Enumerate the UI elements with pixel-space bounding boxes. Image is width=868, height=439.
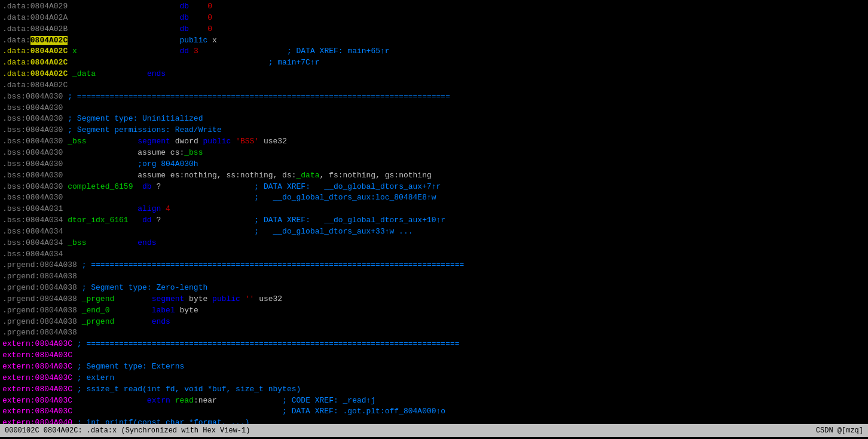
code-line: extern:0804A03C ; extern <box>2 373 866 384</box>
code-line: .data:0804A029 db 0 <box>2 1 866 13</box>
code-line: .data:0804A02B db 0 <box>2 24 866 35</box>
code-line: .bss:0804A030 ;org 804A030h <box>2 159 866 170</box>
code-line: .bss:0804A030 _bss segment dword public … <box>2 136 866 148</box>
code-line: .data:0804A02C x dd 3 ; DATA XREF: main+… <box>2 46 866 57</box>
code-line: extern:0804A040 ; int printf(const char … <box>2 417 866 424</box>
code-line: .prgend:0804A038 _end_0 label byte <box>2 305 866 317</box>
code-line: .data:0804A02C _data ends <box>2 69 866 80</box>
code-line: .prgend:0804A038 <box>2 271 866 283</box>
disassembly-view: .data:0804A029 db 0.data:0804A02A db 0.d… <box>0 0 868 424</box>
code-line: .prgend:0804A038 _prgend segment byte pu… <box>2 294 866 305</box>
code-line: extern:0804A03C ; ======================… <box>2 339 866 350</box>
code-line: .bss:0804A034 <box>2 249 866 260</box>
status-left: 0000102C 0804A02C: .data:x (Synchronized… <box>5 424 250 437</box>
code-line: .prgend:0804A038 ; =====================… <box>2 260 866 271</box>
code-line: .bss:0804A030 assume es:nothing, ss:noth… <box>2 170 866 182</box>
code-line: .data:0804A02C <box>2 80 866 91</box>
code-line: .bss:0804A030 <box>2 103 866 114</box>
code-line: .data:0804A02C public x <box>2 35 866 47</box>
code-line: extern:0804A03C extrn read:near ; CODE X… <box>2 395 866 407</box>
code-line: .bss:0804A034 _bss ends <box>2 238 866 249</box>
code-line: extern:0804A03C ; Segment type: Externs <box>2 361 866 373</box>
code-line: .bss:0804A034 ; __do_global_dtors_aux+33… <box>2 226 866 238</box>
code-line: .bss:0804A031 align 4 <box>2 204 866 215</box>
code-line: extern:0804A03C ; DATA XREF: .got.plt:of… <box>2 406 866 417</box>
code-line: .bss:0804A030 ; Segment type: Uninitiali… <box>2 113 866 125</box>
code-line: .data:0804A02C ; main+7C↑r <box>2 57 866 69</box>
code-line: .bss:0804A030 ; __do_global_dtors_aux:lo… <box>2 192 866 204</box>
code-line: .prgend:0804A038 <box>2 327 866 339</box>
code-line: .bss:0804A030 assume cs:_bss <box>2 148 866 159</box>
code-line: extern:0804A03C ; ssize_t read(int fd, v… <box>2 384 866 395</box>
code-line: .prgend:0804A038 ; Segment type: Zero-le… <box>2 283 866 294</box>
code-line: .bss:0804A034 dtor_idx_6161 dd ? ; DATA … <box>2 215 866 226</box>
code-line: .data:0804A02A db 0 <box>2 13 866 24</box>
code-line: .bss:0804A030 completed_6159 db ? ; DATA… <box>2 182 866 193</box>
code-line: .prgend:0804A038 _prgend ends <box>2 317 866 328</box>
code-line: .bss:0804A030 ; Segment permissions: Rea… <box>2 125 866 136</box>
code-line: .bss:0804A030 ; ========================… <box>2 91 866 103</box>
status-right: CSDN @[mzq] <box>816 424 863 437</box>
code-line: extern:0804A03C <box>2 350 866 361</box>
status-bar: 0000102C 0804A02C: .data:x (Synchronized… <box>0 424 868 437</box>
